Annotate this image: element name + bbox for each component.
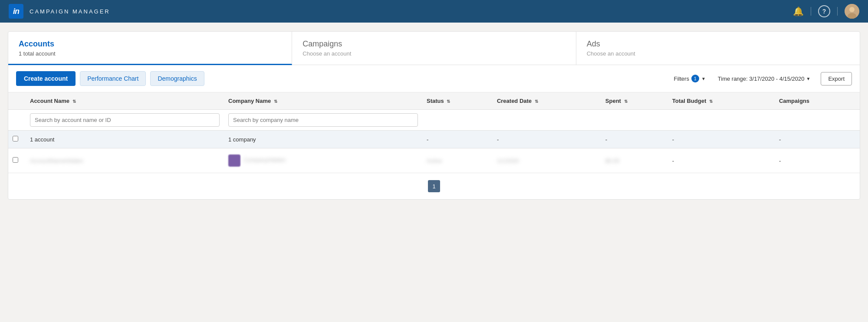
search-company-name-input[interactable]: [228, 113, 418, 127]
header-account-name[interactable]: Account Name ⇅: [26, 92, 224, 110]
search-total-budget-cell: [668, 110, 775, 131]
header-company-name[interactable]: Company Name ⇅: [224, 92, 422, 110]
row-account-name-value: AccountNameHidden: [30, 158, 83, 164]
header-spent[interactable]: Spent ⇅: [601, 92, 668, 110]
search-campaigns-cell: [775, 110, 860, 131]
tab-accounts-label: Accounts: [19, 39, 281, 49]
summary-checkbox[interactable]: [13, 136, 18, 141]
nav-right: 🔔 ?: [793, 4, 859, 19]
linkedin-logo: in: [9, 4, 23, 19]
create-account-button[interactable]: Create account: [16, 71, 76, 86]
time-range-selector[interactable]: Time range: 3/17/2020 - 4/15/2020 ▼: [718, 76, 811, 82]
nav-left: in CAMPAIGN MANAGER: [9, 4, 110, 19]
header-campaigns: Campaigns: [775, 92, 860, 110]
summary-checkbox-col: [8, 131, 26, 148]
header-created-date[interactable]: Created Date ⇅: [493, 92, 601, 110]
header-checkbox-col: [8, 92, 26, 110]
sort-status-icon: ⇅: [447, 99, 450, 104]
export-button[interactable]: Export: [821, 72, 852, 85]
svg-point-1: [849, 7, 855, 12]
header-status[interactable]: Status ⇅: [422, 92, 493, 110]
sort-total-budget-icon: ⇅: [709, 99, 713, 104]
table-summary-row: 1 account 1 company - - - - -: [8, 131, 860, 148]
summary-company-count: 1 company: [224, 131, 422, 148]
tab-campaigns[interactable]: Campaigns Choose an account: [292, 32, 576, 65]
accounts-table: Account Name ⇅ Company Name ⇅ Status ⇅: [8, 92, 860, 173]
summary-status: -: [422, 131, 493, 148]
top-navigation: in CAMPAIGN MANAGER 🔔 ?: [0, 0, 868, 23]
main-wrapper: Accounts 1 total account Campaigns Choos…: [0, 23, 868, 208]
summary-total-budget: -: [668, 131, 775, 148]
notifications-icon[interactable]: 🔔: [793, 6, 804, 16]
table-search-row: [8, 110, 860, 131]
app-title: CAMPAIGN MANAGER: [30, 8, 110, 15]
row-company-name[interactable]: CompanyHidden: [224, 148, 422, 173]
avatar[interactable]: [845, 4, 859, 19]
search-status-cell: [422, 110, 493, 131]
tab-panel: Accounts 1 total account Campaigns Choos…: [8, 31, 860, 200]
row-campaigns-value: -: [779, 158, 781, 164]
row-status-value: Active: [427, 158, 442, 164]
pagination: 1: [8, 173, 860, 199]
time-range-chevron-icon: ▼: [806, 76, 811, 81]
row-campaigns: -: [775, 148, 860, 173]
company-logo-icon: [228, 154, 240, 167]
nav-divider-1: [811, 7, 811, 16]
row-total-budget-value: -: [672, 158, 674, 164]
search-account-name-input[interactable]: [30, 113, 220, 127]
row-spent: $0.00: [601, 148, 668, 173]
performance-chart-button[interactable]: Performance Chart: [80, 71, 146, 86]
tab-accounts-sublabel: 1 total account: [19, 50, 281, 57]
nav-divider-2: [837, 7, 838, 16]
page-1-button[interactable]: 1: [428, 180, 440, 192]
sort-account-name-icon: ⇅: [72, 99, 76, 104]
search-company-name-cell: [224, 110, 422, 131]
row-company-name-value: CompanyHidden: [244, 157, 286, 163]
tab-accounts[interactable]: Accounts 1 total account: [8, 32, 292, 65]
search-created-date-cell: [493, 110, 601, 131]
toolbar: Create account Performance Chart Demogra…: [8, 65, 860, 92]
summary-spent: -: [601, 131, 668, 148]
row-created-date: 1/1/2020: [493, 148, 601, 173]
filters-label: Filters: [674, 76, 689, 82]
row-checkbox[interactable]: [13, 157, 18, 163]
filters-button[interactable]: Filters 1 ▼: [674, 75, 706, 82]
time-range-label: Time range: 3/17/2020 - 4/15/2020: [718, 76, 805, 82]
sort-created-date-icon: ⇅: [535, 99, 538, 104]
filters-chevron-icon: ▼: [701, 76, 706, 81]
search-spent-cell: [601, 110, 668, 131]
tab-campaigns-label: Campaigns: [302, 39, 565, 49]
help-icon[interactable]: ?: [818, 5, 830, 17]
row-checkbox-col: [8, 148, 26, 173]
tab-ads-sublabel: Choose an account: [587, 50, 849, 57]
table-row: AccountNameHidden CompanyHidden Active 1…: [8, 148, 860, 173]
sort-spent-icon: ⇅: [624, 99, 628, 104]
summary-created-date: -: [493, 131, 601, 148]
sort-company-name-icon: ⇅: [274, 99, 277, 104]
tab-ads-label: Ads: [587, 39, 849, 49]
table-header-row: Account Name ⇅ Company Name ⇅ Status ⇅: [8, 92, 860, 110]
tab-bar: Accounts 1 total account Campaigns Choos…: [8, 32, 860, 65]
tab-ads[interactable]: Ads Choose an account: [576, 32, 860, 65]
demographics-button[interactable]: Demographics: [150, 71, 204, 86]
row-status: Active: [422, 148, 493, 173]
row-spent-value: $0.00: [605, 158, 620, 164]
search-checkbox-col: [8, 110, 26, 131]
search-account-name-cell: [26, 110, 224, 131]
row-total-budget: -: [668, 148, 775, 173]
summary-campaigns: -: [775, 131, 860, 148]
row-created-date-value: 1/1/2020: [497, 158, 519, 164]
tab-campaigns-sublabel: Choose an account: [302, 50, 565, 57]
summary-account-count: 1 account: [26, 131, 224, 148]
row-account-name[interactable]: AccountNameHidden: [26, 148, 224, 173]
header-total-budget[interactable]: Total Budget ⇅: [668, 92, 775, 110]
filters-badge: 1: [691, 75, 699, 82]
